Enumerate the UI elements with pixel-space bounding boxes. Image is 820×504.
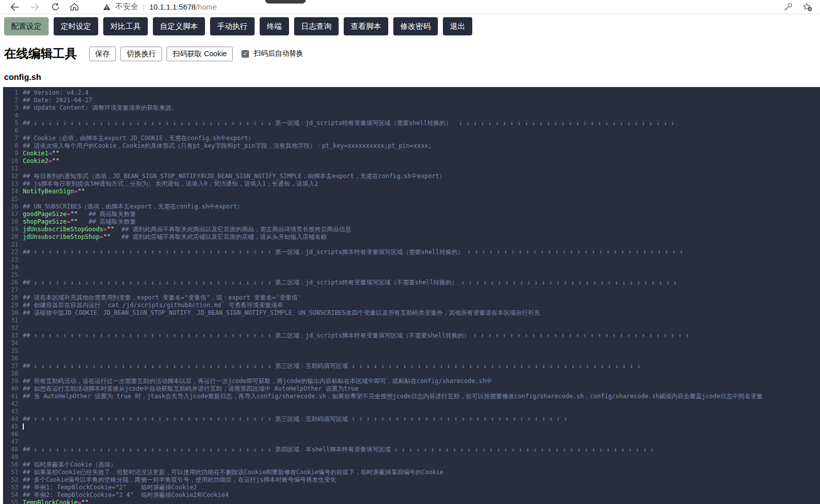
code-line: 4: [3, 112, 820, 119]
refresh-icon[interactable]: [50, 2, 61, 13]
line-number: 31: [3, 317, 18, 324]
line-number: 24: [3, 264, 18, 271]
code-line: 45: [3, 423, 820, 431]
address-bar[interactable]: 不安全 | 10.1.1.1:5678 /home: [101, 2, 217, 13]
code-line: 5## ↓ ↓ ↓ ↓ ↓ ↓ ↓ ↓ ↓ ↓ ↓ ↓ ↓ ↓ ↓ ↓ ↓ ↓ …: [3, 119, 820, 127]
forward-icon: [29, 2, 40, 13]
code-line: 20jdUnsubscribeStopShop="" ## 遇到此店铺不再取关此…: [3, 233, 820, 241]
line-number: 40: [3, 385, 18, 393]
code-line: 2## Date: 2021-04-27: [3, 97, 820, 104]
code-line: 44## ↑ ↑ ↑ ↑ ↑ ↑ ↑ ↑ ↑ ↑ ↑ ↑ ↑ ↑ ↑ ↑ ↑ ↑…: [3, 415, 820, 423]
page-title: 在线编辑工具: [4, 46, 77, 62]
code-line: 1## Version: v4.2.4: [3, 89, 820, 97]
toggle-wrap-button[interactable]: 切换换行: [120, 47, 162, 61]
nav-button-change-password[interactable]: 修改密码: [393, 17, 438, 35]
code-editor[interactable]: 1## Version: v4.2.42## Date: 2021-04-273…: [3, 87, 820, 504]
code-line: 36: [3, 355, 820, 362]
line-number: 18: [3, 218, 18, 226]
key-icon[interactable]: [783, 2, 794, 13]
line-number: 6: [3, 127, 18, 135]
line-number: 50: [3, 461, 18, 469]
save-button[interactable]: 保存: [89, 47, 116, 61]
code-line: 30## 该链接中除JD_COOKIE、JD_BEAN_SIGN_STOP_NO…: [3, 309, 820, 317]
code-line: 21: [3, 241, 820, 248]
nav-button-diff-tool[interactable]: 对比工具: [103, 17, 148, 35]
code-line: 24: [3, 264, 820, 271]
editor-toolbar: 在线编辑工具 保存切换换行扫码获取 Cookie ✓ 扫码后自动替换: [4, 46, 820, 62]
line-number: 29: [3, 302, 18, 309]
nav-button-manual-run[interactable]: 手动执行: [210, 17, 255, 35]
scan-cookie-button[interactable]: 扫码获取 Cookie: [167, 47, 233, 61]
address-divider: |: [143, 3, 145, 11]
nav-button-schedule-settings[interactable]: 定时设定: [54, 17, 98, 35]
nav-button-config-settings[interactable]: 配置设定: [4, 17, 49, 35]
line-number: 2: [3, 97, 18, 104]
code-line: 22## ↑ ↑ ↑ ↑ ↑ ↑ ↑ ↑ ↑ ↑ ↑ ↑ ↑ ↑ ↑ ↑ ↑ ↑…: [3, 248, 820, 256]
code-line: 48## ↓ ↓ ↓ ↓ ↓ ↓ ↓ ↓ ↓ ↓ ↓ ↓ ↓ ↓ ↓ ↓ ↓ ↓…: [3, 446, 820, 453]
line-number: 47: [3, 438, 18, 446]
code-line: 49: [3, 453, 820, 461]
code-line: 32: [3, 324, 820, 332]
line-number: 42: [3, 400, 18, 408]
line-number: 37: [3, 362, 18, 370]
nav-button-terminal[interactable]: 终端: [260, 17, 289, 35]
auto-replace-checkbox[interactable]: ✓: [241, 50, 249, 58]
code-line: 9Cookie1="": [3, 150, 820, 157]
security-label: 不安全: [115, 2, 138, 12]
line-number: 27: [3, 286, 18, 294]
browser-toolbar: 不安全 | 10.1.1.1:5678 /home: [0, 0, 820, 14]
code-line: 25: [3, 271, 820, 279]
code-line: 54## 举例2: TempBlockCookie="2 4" 临时屏蔽掉Coo…: [3, 491, 820, 499]
code-line: 19jdUnsubscribeStopGoods="" ## 遇到此商品不再取关…: [3, 226, 820, 233]
line-number: 52: [3, 476, 18, 484]
back-icon[interactable]: [9, 2, 20, 13]
line-number: 3: [3, 104, 18, 112]
code-line: 15: [3, 195, 820, 203]
line-number: 22: [3, 248, 18, 256]
bookmark-add-icon[interactable]: [802, 2, 813, 13]
code-line: 28## 请在本区域补充其他你需要用到变量，export 变量名="变量值"，或…: [3, 294, 820, 302]
nav-button-logout[interactable]: 退出: [443, 17, 472, 35]
line-number: 16: [3, 203, 18, 211]
code-line: 29## 创建容器后在容器内运行 `cat /jd/scripts/github…: [3, 302, 820, 309]
code-line: 16## UN_SUBSCRIBES（选填，由脚本去export，无需在conf…: [3, 203, 820, 211]
nav-bar: 配置设定定时设定对比工具自定义脚本手动执行终端日志查询查看脚本修改密码退出: [0, 14, 820, 40]
file-name: config.sh: [4, 72, 820, 82]
line-number: 1: [3, 89, 18, 97]
line-number: 5: [3, 119, 18, 127]
nav-button-custom-script[interactable]: 自定义脚本: [153, 17, 205, 35]
line-number: 15: [3, 195, 18, 203]
code-line: 7## Cookie（必填，由脚本去export JD_COOKIE，无需在co…: [3, 135, 820, 142]
code-line: 40## 如想在运行互助活动脚本时直接从jcode中自动获取互助码并进行互助，请…: [3, 385, 820, 393]
url-host: 10.1.1.1:5678: [149, 3, 196, 11]
line-number: 13: [3, 180, 18, 188]
code-line: 18shopPageSize="" ## 店铺取关数量: [3, 218, 820, 226]
code-line: 41## 当 AutoHelpOther 设置为 true 时，jtask会先导…: [3, 393, 820, 400]
warning-icon[interactable]: [101, 2, 112, 13]
text-cursor: [23, 424, 24, 430]
code-line: 3## Update Content: 调整环境变量清单的获取来源。: [3, 104, 820, 112]
line-number: 20: [3, 233, 18, 241]
code-line: 33## ↑ ↑ ↑ ↑ ↑ ↑ ↑ ↑ ↑ ↑ ↑ ↑ ↑ ↑ ↑ ↑ ↑ ↑…: [3, 332, 820, 340]
line-number: 14: [3, 188, 18, 195]
code-line: 42: [3, 400, 820, 408]
line-number: 7: [3, 135, 18, 142]
line-number: 54: [3, 491, 18, 499]
line-number: 30: [3, 309, 18, 317]
nav-button-view-script[interactable]: 查看脚本: [344, 17, 388, 35]
code-line: 39## 所有互助码活动，请在运行过一次需要互助的活动脚本以后，再运行一次jco…: [3, 377, 820, 385]
line-number: 19: [3, 226, 18, 233]
code-line: 14NotifyBeanSign="": [3, 188, 820, 195]
code-line: 34: [3, 340, 820, 347]
code-line: 23: [3, 256, 820, 264]
code-line: 52## 多个Cookie编号以半角的空格分隔，两侧一对半角双引号，使用此功能后…: [3, 476, 820, 484]
nav-button-log-query[interactable]: 日志查询: [294, 17, 339, 35]
home-icon[interactable]: [69, 2, 80, 13]
code-line: 13## js脚本每日签到提供3种通知方式，分别为: 关闭通知，请填入0；简洁通…: [3, 180, 820, 188]
code-line: 50## 临时屏蔽某个Cookie（选填）: [3, 461, 820, 469]
line-number: 55: [3, 499, 18, 504]
line-number: 36: [3, 355, 18, 362]
line-number: 28: [3, 294, 18, 302]
auto-replace-label: 扫码后自动替换: [254, 49, 303, 58]
line-number: 23: [3, 256, 18, 264]
